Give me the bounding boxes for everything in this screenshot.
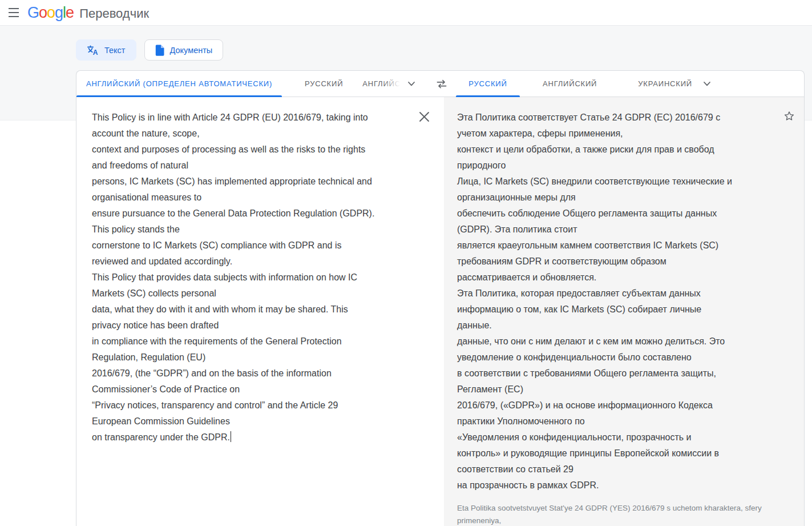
source-language-dropdown-chevron-icon[interactable] [401, 71, 422, 97]
tab-label: АНГЛИЙСКИЙ [543, 79, 597, 88]
text-cursor [231, 431, 232, 442]
hamburger-line [9, 12, 19, 13]
hamburger-menu-icon[interactable] [2, 1, 25, 24]
text-mode-button[interactable]: A Текст [76, 39, 136, 61]
target-language-tabs: РУССКИЙ АНГЛИЙСКИЙ УКРАИНСКИЙ [444, 71, 804, 97]
tab-label: РУССКИЙ [305, 79, 343, 88]
hamburger-line [9, 8, 19, 9]
translate-card: АНГЛИЙСКИЙ (ОПРЕДЕЛЕН АВТОМАТИЧЕСКИ) РУС… [76, 70, 805, 526]
google-translate-logo[interactable]: Google Переводчик [27, 5, 149, 21]
logo-letter: e [66, 4, 74, 21]
tab-label: АНГЛИЙСКИЙ (ОПРЕДЕЛЕН АВТОМАТИЧЕСКИ) [86, 79, 272, 88]
target-language-dropdown-chevron-icon[interactable] [697, 71, 717, 97]
translated-text: Эта Политика соответствует Статье 24 GDP… [457, 110, 780, 493]
language-tabbar: АНГЛИЙСКИЙ (ОПРЕДЕЛЕН АВТОМАТИЧЕСКИ) РУС… [76, 71, 804, 97]
documents-mode-label: Документы [170, 46, 213, 55]
google-logo: Google [27, 5, 74, 21]
mode-switcher: A Текст Документы [76, 39, 223, 61]
clear-source-text-close-icon[interactable] [418, 110, 430, 123]
source-language-tabs: АНГЛИЙСКИЙ (ОПРЕДЕЛЕН АВТОМАТИЧЕСКИ) РУС… [76, 71, 444, 97]
product-title: Переводчик [79, 7, 149, 20]
transliteration-text: Eta Politika sootvetstvuyet Stat'ye 24 G… [457, 502, 780, 526]
logo-letter: g [55, 4, 63, 21]
source-textarea[interactable]: This Policy is in line with Article 24 G… [92, 110, 412, 445]
tab-source-russian[interactable]: РУССКИЙ [296, 71, 352, 97]
svg-text:A: A [93, 49, 98, 56]
tab-source-english[interactable]: АНГЛИЙСКИЙ [362, 71, 400, 97]
text-mode-label: Текст [104, 46, 126, 55]
logo-letter: G [27, 4, 39, 21]
target-text-panel: Эта Политика соответствует Статье 24 GDP… [444, 97, 804, 526]
tab-label: УКРАИНСКИЙ [638, 79, 692, 88]
tab-target-russian[interactable]: РУССКИЙ [456, 71, 520, 97]
tab-label: РУССКИЙ [468, 79, 507, 88]
source-text: This Policy is in line with Article 24 G… [92, 113, 374, 442]
logo-letter: o [39, 4, 47, 21]
document-icon [155, 45, 164, 56]
translation-panels: This Policy is in line with Article 24 G… [76, 97, 804, 526]
app-header: Google Переводчик [0, 0, 812, 26]
tab-fade-overlay [383, 71, 400, 97]
hamburger-line [9, 16, 19, 17]
documents-mode-button[interactable]: Документы [144, 39, 224, 61]
save-translation-star-icon[interactable] [782, 109, 796, 123]
tab-source-detected-english[interactable]: АНГЛИЙСКИЙ (ОПРЕДЕЛЕН АВТОМАТИЧЕСКИ) [76, 71, 282, 97]
translate-icon: A [87, 44, 99, 56]
tab-target-ukrainian[interactable]: УКРАИНСКИЙ [629, 71, 701, 97]
tab-target-english[interactable]: АНГЛИЙСКИЙ [534, 71, 606, 97]
source-text-panel[interactable]: This Policy is in line with Article 24 G… [76, 97, 444, 526]
logo-letter: o [47, 4, 55, 21]
